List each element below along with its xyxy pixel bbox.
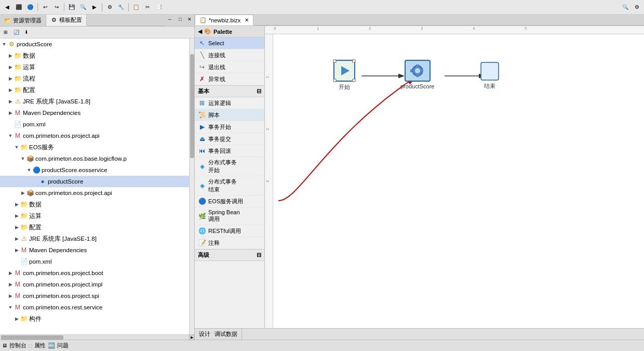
tree-item-pom1[interactable]: ▶ 📄 pom.xml [0, 119, 194, 130]
tab-resources[interactable]: 📂 资源管理器 [0, 15, 46, 26]
tree-item-pom2[interactable]: ▶ 📄 pom.xml [0, 256, 194, 267]
panel-tool-2[interactable]: 🔄 [11, 28, 21, 37]
palette-item-dist-tx-end[interactable]: ◈ 分布式事务结束 [195, 176, 264, 196]
tree-item-logicflow[interactable]: ▼ 📦 com.primeton.eos.base.logicflow.p [0, 153, 194, 164]
tree-item-component[interactable]: ▶ 📁 构件 [0, 313, 194, 324]
palette-item-tx-begin[interactable]: ▶ 事务开始 [195, 121, 264, 133]
bottom-tab-design[interactable]: 设计 [199, 330, 210, 338]
label: com.primeton.eos.project.spi [23, 291, 192, 301]
tab-template[interactable]: ⚙ 模板配置 [46, 15, 87, 26]
tree-item-config2[interactable]: ▶ 📁 配置 [0, 222, 194, 233]
palette-item-spring-bean[interactable]: 🌿 Spring Bean调用 [195, 207, 264, 225]
tree-item-jre1[interactable]: ▶ ⚠ JRE 系统库 [JavaSE-1.8] [0, 96, 194, 107]
ps-shape [404, 59, 431, 82]
tree-item-flow1[interactable]: ▶ 📁 流程 [0, 73, 194, 84]
toolbar-btn-2[interactable]: ⬛ [14, 2, 24, 12]
node-start[interactable]: 开始 [333, 59, 356, 91]
palette-item-restful[interactable]: 🌐 RESTful调用 [195, 225, 264, 237]
toolbar-btn-right-1[interactable]: 🔍 [620, 2, 630, 12]
tree-scrollbar[interactable] [189, 38, 194, 334]
script-icon: 📜 [198, 111, 206, 119]
toolbar-btn-9[interactable]: ⚙ [104, 2, 115, 12]
tree-item-boot[interactable]: ▶ M com.primeton.eos.project.boot [0, 267, 194, 279]
tree-item-productscore[interactable]: ▶ ● productScore [0, 176, 194, 187]
toolbar-btn-8[interactable]: ▶ [89, 2, 100, 12]
toolbar-btn-4[interactable]: ↩ [40, 2, 50, 12]
tree-scrollbar-thumb[interactable] [190, 54, 194, 158]
toolbar-btn-1[interactable]: ◀ [2, 2, 12, 12]
tree-item-maven2[interactable]: ▶ M Maven Dependencies [0, 244, 194, 256]
connect-label: 连接线 [208, 51, 225, 59]
panel-minimize-btn[interactable]: ─ [165, 15, 175, 24]
problems-tab[interactable]: 问题 [57, 342, 69, 349]
palette-section-basic[interactable]: 基本 ⊟ [195, 85, 264, 97]
arrow: ▶ [14, 245, 20, 255]
canvas-content: 开始 [273, 34, 644, 328]
palette-item-logic[interactable]: ⊞ 运算逻辑 [195, 97, 264, 109]
tree-root[interactable]: ▼ ⚙ productScore [0, 38, 194, 50]
toolbar-btn-6[interactable]: 💾 [66, 2, 77, 12]
tree-item-impl[interactable]: ▶ M com.primeton.eos.project.impl [0, 279, 194, 290]
node-end[interactable]: 结束 [480, 61, 500, 90]
toolbar-btn-12[interactable]: ✂ [142, 2, 153, 12]
tab-resources-label: 资源管理器 [13, 17, 42, 24]
scroll-right-btn[interactable]: ▶ [189, 335, 194, 340]
tree-item-eosservice[interactable]: ▼ 🔵 productScore.eosservice [0, 164, 194, 176]
panel-tool-3[interactable]: ⬇ [22, 28, 31, 37]
toolbar-btn-11[interactable]: 📋 [131, 2, 141, 12]
tree-item-config1[interactable]: ▶ 📁 配置 [0, 84, 194, 96]
palette-item-exitline[interactable]: ↪ 退出线 [195, 61, 264, 73]
palette-item-note[interactable]: 📝 注释 [195, 237, 264, 249]
tree-item-spi[interactable]: ▶ M com.primeton.eos.project.spi [0, 290, 194, 302]
h-scrollbar[interactable]: ▶ [0, 334, 194, 340]
tree-item-api1[interactable]: ▼ M com.primeton.eos.project.api [0, 130, 194, 141]
h-scrollbar-thumb[interactable] [1, 335, 63, 340]
tree-item-calc2[interactable]: ▶ 📁 运算 [0, 210, 194, 222]
palette-item-exception[interactable]: ✗ 异常线 [195, 73, 264, 85]
tree-item-calc1[interactable]: ▶ 📁 运算 [0, 61, 194, 73]
palette-section-advanced[interactable]: 高级 ⊟ [195, 249, 264, 261]
arrow: ▶ [7, 108, 14, 118]
editor-tab-newbiz[interactable]: 📋 *newbiz.bizx ✕ [195, 15, 253, 25]
properties-tab[interactable]: 属性 [34, 342, 46, 349]
bottom-design-section: 设计 调试数据 [195, 329, 242, 340]
tree-item-maven1[interactable]: ▶ M Maven Dependencies [0, 107, 194, 119]
palette-item-tx-rollback[interactable]: ⏮ 事务回滚 [195, 145, 264, 157]
palette-item-eos-call[interactable]: 🔵 EOS服务调用 [195, 196, 264, 207]
palette-item-script[interactable]: 📜 脚本 [195, 109, 264, 121]
ruler-v-3: 3 [265, 180, 270, 182]
svg-rect-5 [333, 60, 336, 62]
panel-close-btn[interactable]: ✕ [185, 15, 194, 24]
node-productscore[interactable]: productScore [400, 59, 434, 89]
folder-icon: 📁 [20, 200, 28, 209]
palette-item-select[interactable]: ↖ Select [195, 37, 264, 49]
toolbar-btn-7[interactable]: 🔍 [78, 2, 88, 12]
tree-item-jre2[interactable]: ▶ ⚠ JRE 系统库 [JavaSE-1.8] [0, 233, 194, 244]
tree-item-rest[interactable]: ▼ M com.primeton.eos.rest.service [0, 302, 194, 313]
panel-maximize-btn[interactable]: □ [176, 15, 185, 24]
toolbar-btn-right-2[interactable]: ⚙ [632, 2, 642, 12]
label: pom.xml [23, 120, 192, 129]
editor-tab-close[interactable]: ✕ [245, 17, 249, 23]
panel-toolbar: ⊞ 🔄 ⬇ [0, 27, 194, 38]
tree-item-data1[interactable]: ▶ 📁 数据 [0, 50, 194, 61]
toolbar-btn-13[interactable]: 📑 [154, 2, 164, 12]
toolbar-btn-10[interactable]: 🔧 [116, 2, 126, 12]
console-tab[interactable]: 控制台 [9, 342, 26, 349]
tree-panel[interactable]: ▼ ⚙ productScore ▶ 📁 数据 ▶ 📁 运算 ▶ 📁 流程 [0, 38, 194, 334]
tree-item-data2[interactable]: ▶ 📁 数据 [0, 199, 194, 210]
tree-item-eos-svc[interactable]: ▼ 📁 EOS服务 [0, 141, 194, 153]
ruler-start: 0 [274, 26, 276, 31]
arrow: ▶ [7, 291, 14, 301]
toolbar-btn-3[interactable]: 🔵 [25, 2, 35, 12]
toolbar-btn-5[interactable]: ↪ [51, 2, 62, 12]
bottom-tab-debug[interactable]: 调试数据 [214, 330, 237, 338]
palette-item-dist-tx-begin[interactable]: ◈ 分布式事务开始 [195, 157, 264, 176]
pkg-icon: M [14, 303, 22, 311]
palette-item-tx-submit[interactable]: ⏏ 事务提交 [195, 133, 264, 145]
tree-item-api2[interactable]: ▶ 📦 com.primeton.eos.project.api [0, 187, 194, 199]
panel-tool-1[interactable]: ⊞ [1, 28, 10, 37]
canvas-area[interactable]: 0 1 2 3 4 5 1 2 3 [265, 26, 644, 328]
pkg-icon: M [14, 292, 22, 300]
palette-item-connect[interactable]: ╲ 连接线 [195, 49, 264, 61]
